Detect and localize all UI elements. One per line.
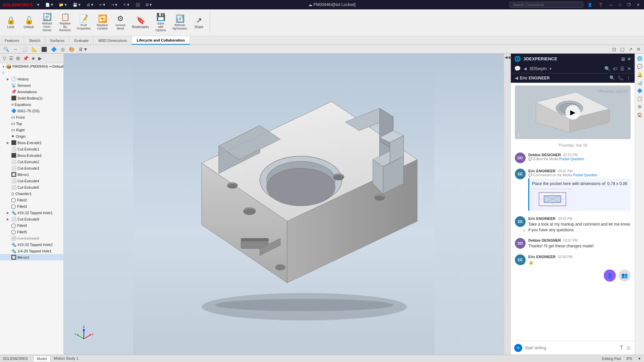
panel-icon-5[interactable]: 🔷 <box>636 87 643 94</box>
units-dropdown[interactable]: ▼ <box>638 357 641 361</box>
view-tool-1[interactable]: 🔍 <box>2 46 10 53</box>
options-btn[interactable]: ⬛ <box>134 2 142 8</box>
tree-tapped-hole1[interactable]: ▶ 🔩 #10-32 Tapped Hole1 <box>0 209 63 216</box>
status-tab-motion[interactable]: Motion Study 1 <box>51 356 82 361</box>
view-tool-9[interactable]: 🖥▼ <box>77 46 89 53</box>
undo-btn[interactable]: ↩▼ <box>98 2 108 8</box>
panel-icon-4[interactable]: 📊 <box>636 79 643 86</box>
menu-btn[interactable]: ☰ <box>620 66 625 71</box>
open-btn[interactable]: 📂▼ <box>57 2 69 8</box>
view-tool-4[interactable]: 📐 <box>30 46 39 53</box>
panel-icon-2[interactable]: 💬 <box>636 63 643 70</box>
save-btn[interactable]: 💾▼ <box>71 2 83 8</box>
file-menu[interactable]: ▼ <box>35 2 42 7</box>
tree-tapped-hole3[interactable]: 🔩 1/4-20 Tapped Hole1 <box>0 248 63 254</box>
tag-btn[interactable]: 🏷 <box>613 66 618 71</box>
msg2-link[interactable]: Pocket Question <box>573 173 597 177</box>
select-btn[interactable]: ↖▼ <box>122 2 132 8</box>
close-chat-btn[interactable]: ✕ <box>627 66 631 71</box>
tree-top[interactable]: ▭ Top <box>0 120 63 127</box>
emoji-btn[interactable]: ☺ <box>626 345 631 351</box>
groove-bead-button[interactable]: ⚙ GrooveBead <box>112 11 129 35</box>
tree-front[interactable]: ▭ Front <box>0 114 63 120</box>
tree-view-icon[interactable]: ⊞ <box>15 55 21 62</box>
star-icon[interactable]: ★ <box>31 55 36 62</box>
tree-mirror2[interactable]: 🔲 Mirror2 <box>0 254 63 260</box>
tree-boss-extrude1[interactable]: ▶ ⬛ Boss-Extrude1 <box>0 139 63 146</box>
bookmarks-button[interactable]: 🔖 Bookmarks <box>130 11 151 35</box>
panel-close-x-btn[interactable]: ✕ <box>627 56 631 62</box>
view-tool-7[interactable]: ◎ <box>59 46 66 53</box>
msg1-link[interactable]: Pocket Question <box>559 157 584 161</box>
share-button[interactable]: ↗ Share <box>190 11 208 35</box>
pin-icon[interactable]: 📌 <box>22 55 29 62</box>
search-panel-btn[interactable]: 🔍 <box>604 66 610 71</box>
replace-content-button[interactable]: 🔁 ReplaceContent <box>94 11 111 35</box>
view-tool-6[interactable]: 🔷 <box>50 46 58 53</box>
back-arrow-icon[interactable]: ◀ <box>515 76 518 80</box>
text-format-btn[interactable]: T <box>620 345 623 351</box>
panel-restore-btn[interactable]: ↗ <box>627 46 634 53</box>
panel-icon-1[interactable]: 🌐 <box>636 55 643 62</box>
tree-history[interactable]: ▶ 🕐 History <box>0 76 63 82</box>
status-tab-model[interactable]: Model <box>33 356 51 361</box>
close-btn[interactable]: ✕ <box>635 2 641 8</box>
unlock-button[interactable]: 🔓 Unlock <box>20 11 38 35</box>
tree-fillet4[interactable]: ◯ Fillet4 <box>0 222 63 229</box>
panel-icon-7[interactable]: ⚙ <box>637 103 642 110</box>
collapse-panel-btn[interactable]: ◀◀ <box>504 55 511 60</box>
tree-material[interactable]: 🔷 6061-T6 (SS) <box>0 108 63 114</box>
tree-cut-extrude8[interactable]: ⬜ Cut-Extrude8 <box>0 235 63 241</box>
user-avatar-btn[interactable]: 👤 <box>586 2 594 8</box>
tab-lifecycle[interactable]: Lifecycle and Collaboration <box>132 36 190 45</box>
tree-cut-extrude3[interactable]: ⬜ Cut-Extrude3 <box>0 165 63 171</box>
plm-properties-button[interactable]: 📝 PLMProperties <box>74 11 93 35</box>
replace-revision-button[interactable]: 📋 ReplaceByRevision <box>56 11 74 35</box>
tab-features[interactable]: Features <box>0 36 24 45</box>
tree-sensors[interactable]: 📡 Sensors <box>0 82 63 88</box>
panel-expand-btn[interactable]: ⊞ <box>621 56 625 62</box>
play-button[interactable]: ▶ <box>566 105 580 120</box>
3d-viewport[interactable]: X Y Z <box>64 54 504 355</box>
panel-collapse-btn[interactable]: ▢ <box>619 46 626 53</box>
tree-right[interactable]: ▭ Right <box>0 127 63 133</box>
maximize-btn[interactable]: □ <box>617 2 623 7</box>
tab-sketch[interactable]: Sketch <box>24 36 45 45</box>
floating-avatar-purple[interactable]: 👤 <box>604 269 616 282</box>
tree-mirror1[interactable]: 🔲 Mirror1 <box>0 171 63 178</box>
refresh-button[interactable]: 🔃 RefreshMySession <box>170 11 190 35</box>
redo-btn[interactable]: ↪▼ <box>110 2 120 8</box>
tree-cut-extrude5[interactable]: ⬜ Cut-Extrude5 <box>0 184 63 190</box>
floating-people-btn[interactable]: 👥 <box>619 269 631 282</box>
tree-solid-bodies[interactable]: ⬛ Solid Bodies(1) <box>0 95 63 101</box>
user-search-btn[interactable]: 🔍 <box>609 75 615 80</box>
tree-annotations[interactable]: 📌 Annotations <box>0 88 63 95</box>
tree-cut-extrude1[interactable]: ⬜ Cut-Extrude1 <box>0 146 63 152</box>
minimize-btn[interactable]: — <box>607 2 614 7</box>
user-more-btn[interactable]: ⋮ <box>626 75 631 80</box>
panel-icon-8[interactable]: 🏠 <box>636 111 643 118</box>
tree-cut-extrude9[interactable]: ▶ ⬜ Cut-Extrude9 <box>0 216 63 222</box>
tab-evaluate[interactable]: Evaluate <box>69 36 94 45</box>
tree-chamfer1[interactable]: ◇ Chamfer1 <box>0 190 63 197</box>
user-call-btn[interactable]: 📞 <box>618 75 624 80</box>
tab-mbd[interactable]: MBD Dimensions <box>94 36 132 45</box>
print-btn[interactable]: 🖨▼ <box>85 2 96 7</box>
app-dropdown-icon[interactable]: ▾ <box>549 66 551 71</box>
new-btn[interactable]: 📄▼ <box>44 2 55 8</box>
panel-icon-6[interactable]: 📋 <box>636 95 643 102</box>
filter-icon[interactable]: ▽ <box>2 55 7 62</box>
video-play-overlay[interactable]: ▶ <box>515 85 631 139</box>
restore-btn[interactable]: ❐ <box>626 2 632 8</box>
tree-fillet5[interactable]: ◯ Fillet5 <box>0 229 63 235</box>
tree-boss-extrude2[interactable]: ⬛ Boss-Extrude2 <box>0 152 63 159</box>
chat-input[interactable] <box>525 346 617 350</box>
add-attachment-btn[interactable]: + <box>514 344 522 352</box>
view-tool-5[interactable]: ⬛ <box>40 46 48 53</box>
list-view-icon[interactable]: ☰ <box>8 55 14 62</box>
app-nav-back[interactable]: ◀ <box>524 66 527 71</box>
lock-button[interactable]: 🔒 Lock <box>2 11 19 35</box>
video-thumbnail[interactable]: ▶ Thursday, July 18 1 <box>515 85 631 139</box>
save-options-button[interactable]: 💾 SavewithOptions <box>152 11 169 35</box>
view-tool-3[interactable]: ⬜ <box>20 46 29 53</box>
